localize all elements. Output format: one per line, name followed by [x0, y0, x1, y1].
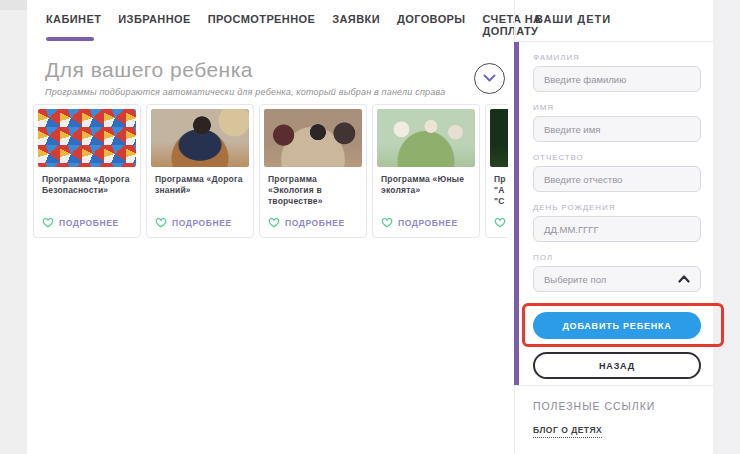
chevron-up-icon	[678, 275, 690, 283]
collapse-section-button[interactable]	[474, 63, 505, 94]
tab-cabinet[interactable]: КАБИНЕТ	[46, 13, 101, 25]
program-title: Программа «Дорога знаний»	[155, 174, 245, 196]
page-left-margin-top	[0, 0, 27, 10]
heart-icon[interactable]	[155, 217, 167, 228]
add-child-button[interactable]: ДОБАВИТЬ РЕБЕНКА	[533, 312, 701, 339]
program-image-road-signs	[38, 109, 136, 167]
birthdate-field[interactable]: ДД.ММ.ГГГГ	[533, 216, 701, 242]
page-left-margin	[0, 0, 27, 454]
firstname-field[interactable]: Введите имя	[533, 116, 701, 142]
program-card[interactable]: Программа «Дорога Безопасности» ПОДРОБНЕ…	[33, 104, 141, 238]
program-image-playroom	[377, 109, 475, 167]
tab-viewed[interactable]: ПРОСМОТРЕННОЕ	[208, 13, 316, 25]
heart-icon[interactable]	[268, 217, 280, 228]
lastname-label: ФАМИЛИЯ	[533, 53, 701, 62]
gender-select-value: Выберите пол	[544, 274, 606, 285]
sidebar-section-divider	[515, 385, 713, 386]
program-image-children-table	[264, 109, 362, 167]
sidebar-title: ВАШИ ДЕТИ	[535, 13, 611, 25]
heart-icon[interactable]	[381, 217, 393, 228]
chevron-down-icon	[483, 74, 496, 83]
form-accent-strip	[514, 42, 519, 385]
program-card[interactable]: Программа «Экология в творчестве» ПОДРОБ…	[259, 104, 367, 238]
back-button[interactable]: НАЗАД	[533, 352, 701, 379]
tab-contracts[interactable]: ДОГОВОРЫ	[397, 13, 466, 25]
gender-select[interactable]: Выберите пол	[533, 266, 701, 292]
more-link[interactable]: ПОДРОБНЕЕ	[172, 218, 232, 228]
program-cards-row: Программа «Дорога Безопасности» ПОДРОБНЕ…	[33, 104, 508, 244]
program-title: Программа «Дорога Безопасности»	[42, 174, 132, 196]
program-card-clipped[interactable]: Пр "А "С	[485, 104, 508, 238]
middlename-field[interactable]: Введите отчество	[533, 166, 701, 192]
birthdate-label: ДЕНЬ РОЖДЕНИЯ	[533, 203, 701, 212]
more-link[interactable]: ПОДРОБНЕЕ	[59, 218, 119, 228]
section-title: Для вашего ребенка	[45, 58, 253, 82]
firstname-label: ИМЯ	[533, 103, 701, 112]
section-subtitle: Программы подбираются автоматически для …	[45, 87, 445, 97]
sidebar-title-divider	[515, 41, 713, 42]
program-title: Программа «Экология в творчестве»	[268, 174, 358, 207]
cabinet-tabs: КАБИНЕТ ИЗБРАННОЕ ПРОСМОТРЕННОЕ ЗАЯВКИ Д…	[46, 13, 555, 37]
program-title: Пр "А "С	[494, 174, 508, 207]
heart-icon[interactable]	[42, 217, 54, 228]
middlename-label: ОТЧЕСТВО	[533, 153, 701, 162]
blog-about-children-link[interactable]: БЛОГ О ДЕТЯХ	[533, 425, 602, 438]
program-image-classroom	[151, 109, 249, 167]
tab-favorites[interactable]: ИЗБРАННОЕ	[118, 13, 190, 25]
more-link[interactable]: ПОДРОБНЕЕ	[285, 218, 345, 228]
lastname-field[interactable]: Введите фамилию	[533, 66, 701, 92]
heart-icon[interactable]	[494, 217, 506, 228]
program-image-clipped	[490, 109, 508, 167]
tab-applications[interactable]: ЗАЯВКИ	[332, 13, 380, 25]
page-right-margin	[713, 0, 740, 454]
child-form: ФАМИЛИЯ Введите фамилию ИМЯ Введите имя …	[533, 53, 701, 292]
useful-links-title: ПОЛЕЗНЫЕ ССЫЛКИ	[533, 400, 655, 412]
program-title: Программа «Юные эколята»	[381, 174, 471, 196]
program-card[interactable]: Программа «Юные эколята» ПОДРОБНЕЕ	[372, 104, 480, 238]
gender-label: ПОЛ	[533, 253, 701, 262]
program-card[interactable]: Программа «Дорога знаний» ПОДРОБНЕЕ	[146, 104, 254, 238]
more-link[interactable]: ПОДРОБНЕЕ	[398, 218, 458, 228]
